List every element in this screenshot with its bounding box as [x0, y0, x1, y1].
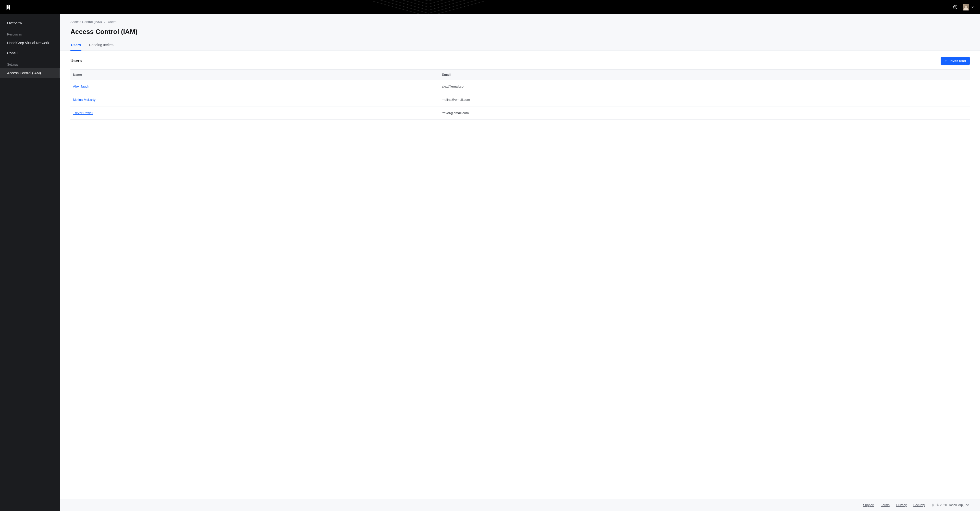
- sidebar-item-label: Access Control (IAM): [7, 71, 41, 75]
- sidebar-item-hvn[interactable]: HashiCorp Virtual Network: [0, 38, 60, 48]
- user-email: melina@email.com: [439, 93, 970, 107]
- user-name-link[interactable]: Alex Jauch: [73, 84, 89, 88]
- tab-users[interactable]: Users: [70, 40, 81, 51]
- breadcrumb: Access Control (IAM) / Users: [70, 20, 970, 24]
- sidebar-item-label: Consul: [7, 51, 18, 55]
- main: Access Control (IAM) / Users Access Cont…: [60, 14, 980, 511]
- page-title: Access Control (IAM): [70, 28, 970, 36]
- sidebar-item-overview[interactable]: Overview: [0, 18, 60, 28]
- topbar: [0, 0, 980, 14]
- user-email: trevor@email.com: [439, 107, 970, 120]
- table-row: Melina McLarty melina@email.com: [70, 93, 970, 107]
- tabs: Users Pending Invites: [70, 40, 970, 51]
- breadcrumb-parent[interactable]: Access Control (IAM): [70, 20, 102, 24]
- column-email: Email: [439, 70, 970, 80]
- invite-user-button[interactable]: Invite user: [941, 57, 970, 65]
- user-email: alex@email.com: [439, 80, 970, 93]
- svg-rect-0: [8, 6, 9, 8]
- footer-link-privacy[interactable]: Privacy: [896, 503, 907, 507]
- user-name-link[interactable]: Melina McLarty: [73, 98, 95, 102]
- invite-user-label: Invite user: [950, 59, 966, 63]
- tab-label: Pending Invites: [89, 43, 114, 47]
- plus-icon: [944, 59, 948, 62]
- breadcrumb-separator: /: [104, 20, 105, 24]
- user-menu[interactable]: [963, 4, 974, 11]
- sidebar: Overview Resources HashiCorp Virtual Net…: [0, 14, 60, 511]
- chevron-down-icon: [971, 5, 974, 9]
- footer-link-security[interactable]: Security: [913, 503, 925, 507]
- avatar: [963, 4, 969, 11]
- users-heading: Users: [70, 59, 82, 63]
- sidebar-item-access-control[interactable]: Access Control (IAM): [0, 68, 60, 78]
- page-header: Access Control (IAM) / Users Access Cont…: [60, 14, 980, 51]
- hashicorp-logo-icon: [932, 503, 935, 507]
- sidebar-item-consul[interactable]: Consul: [0, 48, 60, 58]
- tab-pending-invites[interactable]: Pending Invites: [89, 40, 114, 51]
- user-name-link[interactable]: Trevor Powell: [73, 111, 93, 115]
- sidebar-item-label: Overview: [7, 21, 22, 25]
- footer-link-support[interactable]: Support: [863, 503, 874, 507]
- sidebar-section-settings: Settings: [0, 58, 60, 68]
- help-icon[interactable]: [953, 4, 958, 10]
- content: Users Invite user Name Email: [60, 51, 980, 499]
- footer-link-terms[interactable]: Terms: [881, 503, 890, 507]
- table-row: Alex Jauch alex@email.com: [70, 80, 970, 93]
- hashicorp-logo[interactable]: [5, 3, 12, 11]
- breadcrumb-current: Users: [108, 20, 116, 24]
- svg-rect-5: [933, 505, 934, 506]
- footer: Support Terms Privacy Security © 2020 Ha…: [60, 499, 980, 511]
- tab-label: Users: [71, 43, 81, 47]
- sidebar-item-label: HashiCorp Virtual Network: [7, 41, 49, 45]
- decorative-chevrons: [372, 0, 485, 14]
- users-table: Name Email Alex Jauch alex@email.com Mel…: [70, 69, 970, 120]
- column-name: Name: [70, 70, 439, 80]
- footer-copyright: © 2020 HashiCorp, Inc.: [932, 503, 970, 507]
- sidebar-section-resources: Resources: [0, 28, 60, 38]
- table-row: Trevor Powell trevor@email.com: [70, 107, 970, 120]
